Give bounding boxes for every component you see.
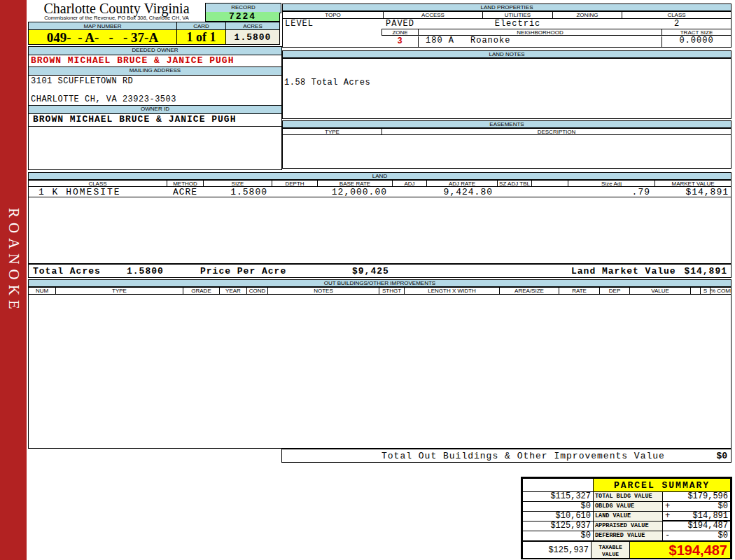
summary-value-obldg: $0	[662, 501, 731, 512]
summary-prior-obldg: $0	[522, 501, 594, 512]
utilities-value: Electric	[482, 20, 553, 29]
out-buildings-title: OUT BUILDINGS/OTHER IMPROVEMENTS	[28, 279, 732, 287]
summary-label-appraised: APPRAISED VALUE	[593, 521, 663, 531]
land-row-adj-rate: 9,424.80	[426, 188, 493, 197]
summary-value-taxable: $194,487	[629, 540, 731, 559]
total-acres-label: Total Acres	[33, 267, 101, 276]
out-buildings-total-label: Total Out Buildings & Other Improvements…	[382, 451, 665, 461]
summary-value-total-bldg: $179,596	[662, 491, 731, 502]
class-value: 2	[622, 20, 732, 29]
summary-prior-taxable: $125,937	[522, 540, 592, 559]
county-title-block: Charlotte County Virginia Commissioner o…	[28, 1, 205, 22]
access-value: PAVED	[386, 20, 414, 29]
land-row-size-adj: .79	[568, 188, 650, 197]
land-row-market-value: $14,891	[654, 188, 729, 197]
acres-value: 1.5800	[225, 29, 280, 45]
map-number-value: 049- - A- - - 37-A	[28, 29, 177, 45]
out-buildings-total-value: $0	[716, 451, 727, 461]
land-row-class: 1 K HOMESITE	[38, 188, 121, 197]
summary-prior-land: $10,610	[522, 511, 594, 522]
summary-label-total-bldg: TOTAL BLDG VALUE	[593, 491, 663, 502]
neighborhood-sidebar: ROANOKE	[0, 0, 27, 560]
address-line1: 3101 SCUFFLETOWN RD	[29, 77, 133, 86]
summary-prior-total-bldg: $115,327	[522, 491, 594, 502]
record-box: RECORD 7224	[205, 3, 280, 22]
land-properties-title: LAND PROPERTIES	[282, 4, 732, 11]
land-market-value-label: Land Market Value	[571, 267, 676, 276]
summary-value-land: $14,891	[662, 511, 731, 522]
address-line2: CHARLOTTE CH, VA 23923-3503	[29, 95, 176, 104]
out-buildings-total-row: Total Out Buildings & Other Improvements…	[281, 449, 732, 463]
land-notes-box: 1.58 Total Acres	[282, 58, 732, 119]
land-notes-text: 1.58 Total Acres	[284, 78, 370, 88]
price-per-acre-value: $9,425	[352, 267, 389, 276]
card-value: 1 of 1	[176, 29, 226, 45]
summary-corner-cell	[522, 478, 594, 492]
land-row-base-rate: 12,000.00	[317, 188, 387, 197]
tract-size-value: 0.0000	[662, 36, 731, 47]
commissioner-line: Commissioner of the Revenue, PO Box 308,…	[28, 15, 205, 21]
easements-title: EASEMENTS	[282, 120, 732, 128]
zone-value: 3	[382, 36, 419, 47]
parcel-summary: PARCEL SUMMARY $115,327 TOTAL BLDG VALUE…	[521, 477, 732, 559]
price-per-acre-label: Price Per Acre	[200, 267, 286, 276]
summary-prior-appraised: $125,937	[522, 521, 594, 531]
zone-label: ZONE	[382, 29, 419, 36]
county-title: Charlotte County Virginia	[28, 1, 205, 15]
land-notes-title: LAND NOTES	[282, 50, 732, 58]
neighborhood-label: NEIGHBORHOOD	[418, 29, 662, 36]
parcel-summary-title: PARCEL SUMMARY	[593, 478, 731, 492]
summary-sign-obldg: +	[665, 502, 670, 511]
owner-id-label: OWNER ID	[29, 106, 281, 114]
mailing-address-label: MAILING ADDRESS	[29, 67, 281, 76]
summary-value-appraised: $194,487	[662, 521, 731, 531]
easements-body	[282, 134, 732, 169]
land-market-value-total: $14,891	[684, 267, 727, 276]
owner-id-value: BROWN MICHAEL BRUCE & JANICE PUGH	[29, 114, 281, 127]
record-value: 7224	[206, 12, 279, 21]
neighborhood-value: Roanoke	[470, 36, 510, 46]
deeded-owner-label: DEEDED OWNER	[29, 47, 281, 55]
summary-label-obldg: OBLDG VALUE	[593, 501, 663, 512]
summary-label-deferred: DEFERRED VALUE	[593, 531, 663, 541]
summary-value-deferred: $0	[662, 531, 731, 541]
owner-block: DEEDED OWNER BROWN MICHAEL BRUCE & JANIC…	[28, 46, 282, 170]
neighborhood-code: 180 A	[426, 36, 454, 46]
summary-sign-land: +	[665, 512, 670, 521]
summary-sign-deferred: -	[665, 531, 670, 540]
mailing-address-box: 3101 SCUFFLETOWN RD CHARLOTTE CH, VA 239…	[29, 76, 281, 106]
summary-label-land: LAND VALUE	[593, 511, 663, 522]
topo-value: LEVEL	[285, 20, 314, 29]
property-record-card: ROANOKE Charlotte County Virginia Commis…	[0, 0, 735, 560]
land-row-size: 1.5800	[203, 188, 267, 197]
land-body	[28, 186, 732, 264]
out-buildings-body	[28, 294, 732, 449]
summary-label-taxable: TAXABLE VALUE	[591, 540, 630, 559]
tract-size-label: TRACT SIZE	[662, 29, 732, 36]
land-row-method: ACRE	[167, 188, 204, 197]
deeded-owner-value: BROWN MICHAEL BRUCE & JANICE PUGH	[29, 55, 281, 67]
land-title: LAND	[28, 172, 732, 180]
neighborhood-sidebar-label: ROANOKE	[5, 208, 22, 560]
total-acres-value: 1.5800	[127, 267, 164, 276]
land-totals-row: Total Acres 1.5800 Price Per Acre $9,425…	[28, 264, 732, 278]
summary-prior-deferred: $0	[522, 531, 594, 541]
